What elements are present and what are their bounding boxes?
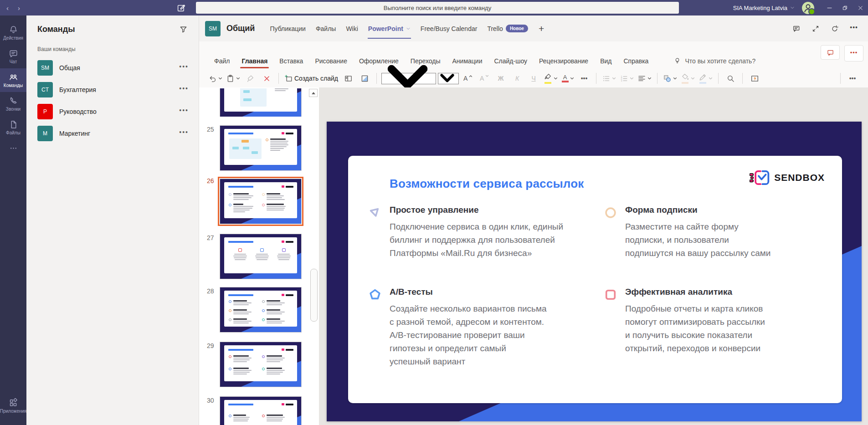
- grow-font-button[interactable]: А: [460, 72, 476, 85]
- bold-button[interactable]: Ж: [493, 72, 509, 85]
- ribbon-tab-Рецензирование[interactable]: Рецензирование: [533, 54, 594, 69]
- rail-item-label: Звонки: [6, 107, 21, 112]
- text-highlight-button[interactable]: [542, 72, 560, 85]
- delete-button[interactable]: [258, 72, 275, 85]
- channel-tab-Free/Busy Calendar[interactable]: Free/Busy Calendar: [416, 15, 483, 41]
- ribbon-tab-Главная[interactable]: Главная: [236, 54, 273, 69]
- minimize-button[interactable]: [822, 0, 837, 15]
- tell-me-box[interactable]: Что вы хотите сделать?: [673, 57, 755, 69]
- search-input[interactable]: Выполните поиск или введите команду: [196, 2, 679, 14]
- shape-fill-button[interactable]: [679, 72, 697, 85]
- current-slide[interactable]: Возможности сервиса рассылок SENDBOX Про…: [327, 122, 862, 421]
- channel-tab-PowerPoint[interactable]: PowerPoint: [363, 15, 416, 41]
- org-switcher[interactable]: SIA Marketing Latvia: [733, 5, 795, 11]
- back-button[interactable]: ‹: [6, 4, 9, 12]
- ribbon-tab-Рисование[interactable]: Рисование: [309, 54, 353, 69]
- rail-item-more[interactable]: [0, 139, 26, 157]
- ribbon-tab-Вставка[interactable]: Вставка: [273, 54, 309, 69]
- ribbon-tab-Анимации[interactable]: Анимации: [447, 54, 488, 69]
- ribbon-tab-Оформление[interactable]: Оформление: [353, 54, 405, 69]
- rail-item-Файлы[interactable]: Файлы: [0, 116, 26, 139]
- rail-item-Чат[interactable]: Чат: [0, 45, 26, 68]
- thumbnails-scroll-up-button[interactable]: [309, 89, 318, 97]
- more-options-icon[interactable]: •••: [850, 24, 858, 33]
- format-background-button[interactable]: [356, 72, 373, 85]
- ribbon-tab-Переходы[interactable]: Переходы: [405, 54, 447, 69]
- lightbulb-icon: [673, 57, 681, 65]
- font-name-select[interactable]: [381, 73, 436, 84]
- team-name: Бухгалтерия: [59, 86, 173, 93]
- new-slide-button[interactable]: Создать слайд: [282, 72, 340, 85]
- slide-thumbnail-clipped[interactable]: [220, 88, 302, 117]
- designer-button[interactable]: [746, 72, 763, 85]
- team-more-icon[interactable]: •••: [179, 128, 189, 138]
- add-tab-button[interactable]: +: [533, 23, 550, 34]
- team-more-icon[interactable]: •••: [179, 63, 189, 73]
- format-painter-button[interactable]: [242, 72, 258, 85]
- rail-item-Приложения[interactable]: Приложения: [0, 394, 26, 418]
- channel-tab-Trello[interactable]: TrelloНовое: [482, 15, 533, 41]
- team-more-icon[interactable]: •••: [179, 85, 189, 95]
- bullets-button[interactable]: [600, 72, 618, 85]
- phone-icon: [9, 96, 18, 106]
- search-icon: [726, 74, 735, 83]
- shrink-font-button[interactable]: А: [476, 72, 493, 85]
- font-size-select[interactable]: [438, 73, 459, 84]
- ribbon-tab-Слайд-шоу[interactable]: Слайд-шоу: [488, 54, 533, 69]
- rail-item-Действия[interactable]: Действия: [0, 21, 26, 45]
- conversation-icon[interactable]: [792, 25, 801, 33]
- selected-slide-thumbnail[interactable]: [218, 177, 303, 226]
- ribbon-more-button[interactable]: •••: [844, 45, 863, 61]
- toolbar-more-button[interactable]: •••: [844, 72, 861, 85]
- thumb-icon-column: [231, 248, 249, 260]
- numbering-button[interactable]: 123: [618, 72, 636, 85]
- team-row-Бухгалтерия[interactable]: CTБухгалтерия•••: [26, 79, 199, 101]
- font-color-button[interactable]: А: [560, 72, 576, 85]
- channel-tab-Публикации[interactable]: Публикации: [265, 15, 310, 41]
- align-button[interactable]: [636, 72, 653, 85]
- minimize-icon: [826, 5, 833, 11]
- shapes-button[interactable]: [661, 72, 679, 85]
- expand-icon[interactable]: [812, 25, 820, 33]
- slide-layout-button[interactable]: [340, 72, 356, 85]
- rail-item-Звонки[interactable]: Звонки: [0, 92, 26, 116]
- restore-button[interactable]: [837, 0, 853, 15]
- italic-glyph: К: [515, 75, 519, 82]
- shape-outline-button[interactable]: [697, 72, 714, 85]
- rail-item-Команды[interactable]: Команды: [0, 68, 26, 92]
- slide-thumbnail[interactable]: [220, 342, 302, 387]
- undo-button[interactable]: [206, 72, 224, 85]
- slide-thumbnail[interactable]: [220, 125, 302, 171]
- slide-thumbnail[interactable]: [220, 287, 302, 333]
- avatar[interactable]: [802, 2, 814, 14]
- feature-body: Форма подпискиРазместите на сайте формуп…: [625, 205, 770, 260]
- font-group-more-button[interactable]: •••: [576, 72, 592, 85]
- team-more-icon[interactable]: •••: [179, 107, 189, 117]
- close-button[interactable]: [853, 0, 868, 15]
- filter-icon[interactable]: [179, 25, 188, 34]
- slide-thumbnail[interactable]: [220, 234, 302, 279]
- comments-button[interactable]: [821, 45, 840, 60]
- italic-button[interactable]: К: [509, 72, 525, 85]
- editor-work-area: 252627282930 Возможности сервиса рассыло…: [199, 87, 868, 425]
- new-chat-icon[interactable]: [177, 3, 186, 12]
- team-row-Маркетинг[interactable]: MМаркетинг•••: [26, 123, 199, 144]
- slide-thumbnail[interactable]: [220, 396, 302, 425]
- channel-tab-Wiki[interactable]: Wiki: [341, 15, 363, 41]
- forward-button[interactable]: ›: [18, 4, 20, 12]
- underline-button[interactable]: Ч: [525, 72, 542, 85]
- team-row-Общая[interactable]: SMОбщая•••: [26, 57, 199, 79]
- channel-tab-label: Публикации: [270, 25, 305, 32]
- ribbon-tab-Файл[interactable]: Файл: [208, 54, 236, 69]
- bullets-chevron-down-icon: [612, 77, 616, 81]
- paste-button[interactable]: [224, 72, 242, 85]
- ribbon-tab-Справка[interactable]: Справка: [617, 54, 654, 69]
- slide-thumbnail[interactable]: [220, 88, 302, 117]
- ribbon-tab-Вид[interactable]: Вид: [594, 54, 617, 69]
- slide-thumbnail[interactable]: [220, 179, 302, 224]
- team-row-Руководство[interactable]: PРуководство•••: [26, 101, 199, 123]
- search-button[interactable]: [722, 72, 739, 85]
- thumbnails-scrollbar[interactable]: [310, 269, 318, 322]
- channel-tab-Файлы[interactable]: Файлы: [311, 15, 341, 41]
- refresh-icon[interactable]: [831, 25, 839, 33]
